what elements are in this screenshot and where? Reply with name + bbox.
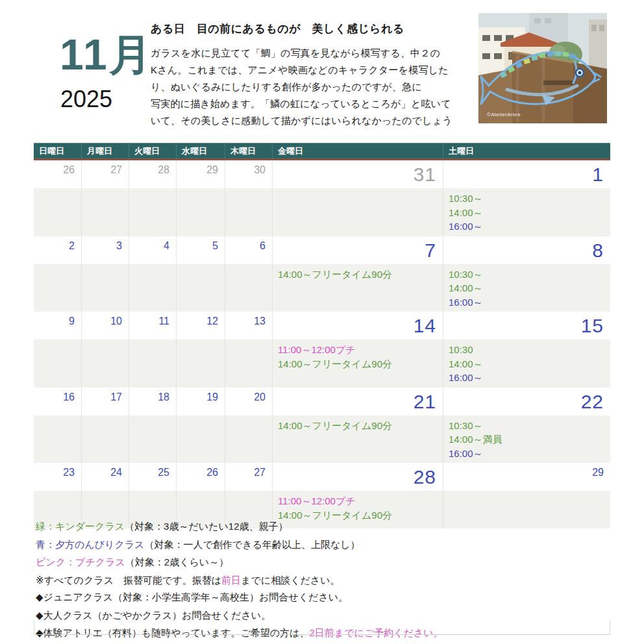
date-number: 28 [414, 465, 436, 489]
events-cell [273, 188, 443, 236]
date-number: 2 [69, 238, 75, 253]
intro-line: り、ぬいぐるみにしたりする創作が多かったのですが、急に [151, 79, 479, 95]
photo-watermark: ©AtelierArbre [487, 112, 521, 118]
calendar-page: 11月 2025 ある日 目の前にあるものが 美しく感じられる ガラスを水に見立… [0, 0, 644, 644]
date-cell: 1 [443, 160, 610, 188]
legend-line: 緑：キンダークラス（対象：3歳～だいたい12歳、親子） [36, 517, 360, 536]
date-cell: 19 [177, 388, 225, 415]
date-cell: 29 [443, 463, 610, 491]
events-cell: 11:00～12:00プチ14:00～フリータイム90分 [273, 340, 443, 388]
event-entry: 10:30～ [449, 419, 608, 433]
headline: ある日 目の前にあるものが 美しく感じられる [151, 21, 479, 36]
date-number: 29 [592, 465, 604, 480]
date-cell: 30 [225, 160, 273, 188]
date-cell: 14 [273, 312, 443, 340]
date-cell: 31 [273, 160, 443, 188]
date-cell: 29 [177, 160, 225, 188]
weekday-header: 金曜日 [273, 143, 443, 160]
events-cell [225, 188, 273, 236]
weekday-header: 火曜日 [129, 143, 177, 160]
fish-photo-illustration [478, 13, 607, 123]
date-number: 14 [414, 314, 436, 338]
event-entry: 10:30～ [449, 267, 608, 282]
date-number: 1 [592, 162, 604, 187]
intro-section: ある日 目の前にあるものが 美しく感じられる ガラスを水に見立てて「鯛」の写真を… [151, 21, 479, 129]
date-cell: 20 [225, 388, 273, 415]
date-number: 28 [158, 162, 169, 177]
date-number: 26 [63, 162, 75, 177]
date-cell: 7 [273, 236, 443, 264]
events-cell [443, 491, 610, 528]
date-cell: 16 [34, 388, 82, 415]
legend-line: ピンク：プチクラス（対象：2歳くらい～） [36, 553, 360, 571]
events-cell: 10:3014:00～16:00～ [443, 340, 610, 388]
date-number: 5 [212, 238, 218, 253]
events-cell [177, 264, 225, 312]
date-cell: 4 [129, 236, 177, 264]
date-number: 22 [581, 390, 604, 414]
date-cell: 23 [34, 463, 82, 491]
date-number: 9 [69, 314, 75, 328]
event-entry: 16:00～ [449, 447, 608, 461]
weekday-header: 木曜日 [225, 143, 273, 160]
events-cell [34, 264, 82, 312]
month-title: 11月 [60, 26, 154, 84]
date-number: 3 [116, 238, 122, 253]
intro-line: いて、その美しさに感動して描かずにはいられなかったのでしょう [151, 112, 479, 129]
date-cell: 2 [34, 236, 82, 264]
events-cell [129, 340, 177, 388]
date-cell: 11 [129, 312, 177, 340]
date-cell: 21 [273, 388, 443, 415]
events-cell [129, 264, 177, 312]
text-segment: 前日 [221, 575, 241, 586]
events-cell [82, 188, 129, 236]
text-segment: ◆大人クラス（かごやかクラス）お問合せください。 [36, 610, 271, 621]
events-cell: 10:30～14:00～満員16:00～ [443, 415, 610, 464]
events-cell [129, 415, 177, 464]
weekday-header: 土曜日 [443, 143, 610, 160]
date-cell: 28 [129, 160, 177, 188]
weekday-header: 日曜日 [34, 143, 82, 160]
event-entry: 11:00～12:00プチ [278, 494, 440, 508]
legend: 緑：キンダークラス（対象：3歳～だいたい12歳、親子）青：夕方のんびりクラス（対… [36, 517, 360, 589]
intro-line: Kさん。これまでは、アニメや映画などのキャラクターを模写した [151, 62, 479, 79]
date-cell: 12 [177, 312, 225, 340]
date-cell: 18 [129, 388, 177, 415]
events-cell [225, 264, 273, 312]
date-cell: 27 [225, 463, 273, 491]
events-cell [177, 340, 225, 388]
date-cell: 6 [225, 236, 273, 264]
event-entry: 16:00～ [449, 295, 608, 310]
date-number: 4 [164, 238, 169, 253]
events-cell: 14:00～フリータイム90分 [273, 415, 443, 464]
date-cell: 9 [34, 312, 82, 340]
date-cell: 5 [177, 236, 225, 264]
legend-line: 青：夕方のんびりクラス（対象：一人で創作できる年齢以上、上限なし） [36, 536, 360, 554]
event-entry: 14:00～ [449, 357, 608, 371]
event-entry: 14:00～フリータイム90分 [278, 419, 440, 433]
date-cell: 13 [225, 312, 273, 340]
date-number: 17 [110, 390, 122, 404]
date-number: 19 [206, 390, 218, 404]
date-number: 27 [254, 465, 266, 480]
date-cell: 17 [82, 388, 129, 415]
events-cell [225, 340, 273, 388]
event-entry: 16:00～ [449, 371, 608, 385]
events-cell: 10:30～14:00～16:00～ [443, 188, 610, 236]
date-cell: 22 [443, 388, 610, 415]
weekday-header: 水曜日 [177, 143, 225, 160]
events-cell: 14:00～フリータイム90分 [273, 264, 443, 312]
date-number: 29 [206, 162, 218, 177]
event-entry: 16:00～ [449, 219, 608, 234]
date-number: 10 [110, 314, 122, 328]
date-number: 18 [158, 390, 169, 404]
date-number: 16 [63, 390, 75, 404]
text-segment: ピンク：プチクラス [36, 556, 125, 567]
events-cell [129, 188, 177, 236]
text-segment: ◆ジュニアクラス（対象：小学生高学年～高校生）お問合せください。 [36, 591, 348, 602]
event-entry: 14:00～フリータイム90分 [278, 267, 440, 282]
date-number: 27 [110, 162, 122, 177]
date-number: 15 [581, 314, 604, 338]
event-entry: 14:00～ [449, 206, 608, 220]
date-number: 20 [254, 390, 266, 404]
